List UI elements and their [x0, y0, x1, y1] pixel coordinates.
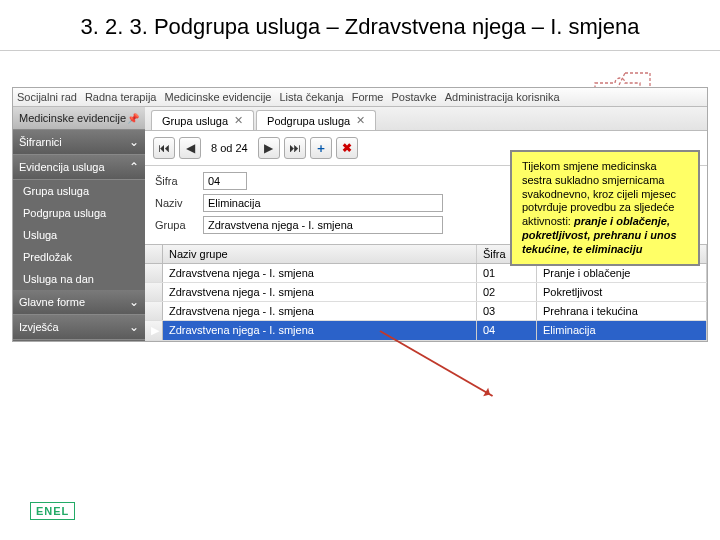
- last-button[interactable]: ⏭: [284, 137, 306, 159]
- cell-name: Zdravstvena njega - I. smjena: [163, 302, 477, 320]
- naziv-field[interactable]: Eliminacija: [203, 194, 443, 212]
- sidebar-section[interactable]: Medicinske evidencije📌: [13, 107, 145, 130]
- cell-sifra: 03: [477, 302, 537, 320]
- menu-item[interactable]: Lista čekanja: [279, 91, 343, 103]
- row-selector[interactable]: [145, 264, 163, 282]
- cell-name: Zdravstvena njega - I. smjena: [163, 264, 477, 282]
- add-button[interactable]: ＋: [310, 137, 332, 159]
- cell-naziv: Pranje i oblačenje: [537, 264, 707, 282]
- menu-item[interactable]: Socijalni rad: [17, 91, 77, 103]
- sifra-label: Šifra: [155, 175, 203, 187]
- sidebar-section[interactable]: Glavne forme⌄: [13, 290, 145, 315]
- table-row[interactable]: Zdravstvena njega - I. smjena02Pokretlji…: [145, 283, 707, 302]
- grupa-label: Grupa: [155, 219, 203, 231]
- table-row[interactable]: ▶Zdravstvena njega - I. smjena04Eliminac…: [145, 321, 707, 341]
- sidebar-item[interactable]: Usluga na dan: [13, 268, 145, 290]
- grupa-field[interactable]: Zdravstvena njega - I. smjena: [203, 216, 443, 234]
- sidebar: Medicinske evidencije📌 Šifrarnici⌄ Evide…: [13, 107, 145, 341]
- cell-sifra: 01: [477, 264, 537, 282]
- sifra-field[interactable]: 04: [203, 172, 247, 190]
- close-icon[interactable]: ✕: [356, 114, 365, 127]
- menu-item[interactable]: Medicinske evidencije: [164, 91, 271, 103]
- tab[interactable]: Grupa usluga✕: [151, 110, 254, 130]
- sidebar-item[interactable]: Usluga: [13, 224, 145, 246]
- chevron-down-icon: ⌄: [129, 295, 139, 309]
- pager-text: 8 od 24: [205, 142, 254, 154]
- cell-naziv: Eliminacija: [537, 321, 707, 340]
- row-selector[interactable]: [145, 283, 163, 301]
- cell-naziv: Pokretljivost: [537, 283, 707, 301]
- logo: ENEL: [30, 502, 75, 520]
- tab[interactable]: Podgrupa usluga✕: [256, 110, 376, 130]
- table-row[interactable]: Zdravstvena njega - I. smjena03Prehrana …: [145, 302, 707, 321]
- tabs: Grupa usluga✕ Podgrupa usluga✕: [145, 107, 707, 131]
- sidebar-item[interactable]: Predložak: [13, 246, 145, 268]
- cell-sifra: 02: [477, 283, 537, 301]
- cell-naziv: Prehrana i tekućina: [537, 302, 707, 320]
- naziv-label: Naziv: [155, 197, 203, 209]
- menu-item[interactable]: Radna terapija: [85, 91, 157, 103]
- menu-item[interactable]: Administracija korisnika: [445, 91, 560, 103]
- sidebar-section[interactable]: Izvješća⌄: [13, 315, 145, 340]
- col-name[interactable]: Naziv grupe: [163, 245, 477, 263]
- cell-sifra: 04: [477, 321, 537, 340]
- cell-name: Zdravstvena njega - I. smjena: [163, 321, 477, 340]
- menu-item[interactable]: Forme: [352, 91, 384, 103]
- sidebar-section[interactable]: Evidencija usluga⌃: [13, 155, 145, 180]
- row-selector[interactable]: [145, 302, 163, 320]
- sidebar-item[interactable]: Podgrupa usluga: [13, 202, 145, 224]
- sidebar-section[interactable]: Šifrarnici⌄: [13, 130, 145, 155]
- chevron-up-icon: ⌃: [129, 160, 139, 174]
- chevron-down-icon: ⌄: [129, 320, 139, 334]
- slide-title: 3. 2. 3. Podgrupa usluga – Zdravstvena n…: [0, 0, 720, 51]
- pin-icon: 📌: [127, 113, 139, 124]
- menubar: Socijalni rad Radna terapija Medicinske …: [13, 88, 707, 107]
- menu-item[interactable]: Postavke: [391, 91, 436, 103]
- sidebar-item[interactable]: Grupa usluga: [13, 180, 145, 202]
- delete-button[interactable]: ✖: [336, 137, 358, 159]
- prev-button[interactable]: ◀: [179, 137, 201, 159]
- row-selector[interactable]: ▶: [145, 321, 163, 340]
- chevron-down-icon: ⌄: [129, 135, 139, 149]
- next-button[interactable]: ▶: [258, 137, 280, 159]
- first-button[interactable]: ⏮: [153, 137, 175, 159]
- callout-note: Tijekom smjene medicinska sestra sukladn…: [510, 150, 700, 266]
- table-row[interactable]: Zdravstvena njega - I. smjena01Pranje i …: [145, 264, 707, 283]
- close-icon[interactable]: ✕: [234, 114, 243, 127]
- cell-name: Zdravstvena njega - I. smjena: [163, 283, 477, 301]
